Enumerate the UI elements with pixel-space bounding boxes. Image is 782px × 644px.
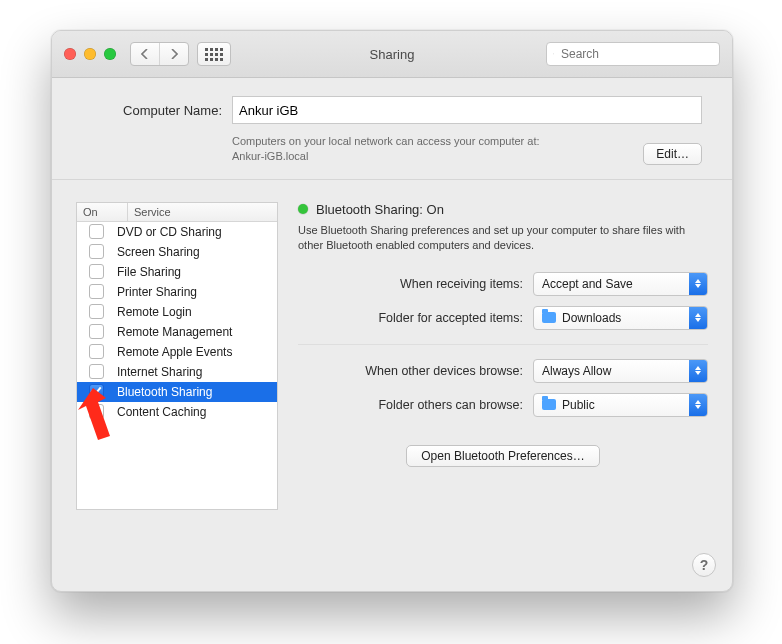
popup-arrows-icon [689, 273, 707, 295]
folder-icon [542, 312, 556, 323]
popup-arrows-icon [689, 307, 707, 329]
service-label: Remote Login [115, 305, 192, 319]
service-row[interactable]: Printer Sharing [77, 282, 277, 302]
receiving-popup[interactable]: Accept and Save [533, 272, 708, 296]
hint-line-2: Ankur-iGB.local [232, 150, 308, 162]
service-row[interactable]: Remote Login [77, 302, 277, 322]
service-label: Remote Management [115, 325, 232, 339]
browse-folder-label: Folder others can browse: [298, 398, 533, 412]
service-label: Screen Sharing [115, 245, 200, 259]
window-controls [64, 48, 116, 60]
service-row[interactable]: Screen Sharing [77, 242, 277, 262]
hint-line-1: Computers on your local network can acce… [232, 135, 540, 147]
service-checkbox[interactable] [89, 344, 104, 359]
service-table: On Service DVD or CD SharingScreen Shari… [76, 202, 278, 510]
chevron-left-icon [141, 49, 149, 59]
search-input[interactable] [559, 46, 713, 62]
browse-label: When other devices browse: [298, 364, 533, 378]
service-checkbox[interactable] [89, 404, 104, 419]
table-body: DVD or CD SharingScreen SharingFile Shar… [77, 222, 277, 509]
titlebar: Sharing [52, 31, 732, 78]
back-button[interactable] [131, 43, 159, 65]
service-label: Internet Sharing [115, 365, 202, 379]
separator [298, 344, 708, 345]
service-description: Use Bluetooth Sharing preferences and se… [298, 223, 708, 254]
service-row[interactable]: Content Caching [77, 402, 277, 422]
computer-name-label: Computer Name: [82, 103, 232, 118]
receiving-label: When receiving items: [298, 277, 533, 291]
status-text: Bluetooth Sharing: On [316, 202, 444, 217]
computer-name-hint: Computers on your local network can acce… [82, 134, 625, 165]
chevron-right-icon [170, 49, 178, 59]
service-row[interactable]: File Sharing [77, 262, 277, 282]
service-row[interactable]: Internet Sharing [77, 362, 277, 382]
service-label: DVD or CD Sharing [115, 225, 222, 239]
grid-icon [205, 48, 223, 61]
service-row[interactable]: Bluetooth Sharing [77, 382, 277, 402]
browse-folder-value: Public [562, 398, 595, 412]
popup-arrows-icon [689, 394, 707, 416]
help-button[interactable]: ? [692, 553, 716, 577]
detail-panel: Bluetooth Sharing: On Use Bluetooth Shar… [298, 202, 708, 510]
service-label: Printer Sharing [115, 285, 197, 299]
folder-icon [542, 399, 556, 410]
computer-name-section: Computer Name: Computers on your local n… [52, 78, 732, 180]
service-label: File Sharing [115, 265, 181, 279]
service-checkbox[interactable] [89, 384, 104, 399]
show-all-button[interactable] [197, 42, 231, 66]
browse-value: Always Allow [542, 364, 611, 378]
forward-button[interactable] [159, 43, 188, 65]
column-service: Service [128, 203, 277, 221]
search-field-wrap[interactable] [546, 42, 720, 66]
computer-name-input[interactable] [232, 96, 702, 124]
accepted-folder-label: Folder for accepted items: [298, 311, 533, 325]
browse-folder-popup[interactable]: Public [533, 393, 708, 417]
service-label: Bluetooth Sharing [115, 385, 212, 399]
table-header: On Service [77, 203, 277, 222]
service-checkbox[interactable] [89, 324, 104, 339]
service-checkbox[interactable] [89, 264, 104, 279]
service-checkbox[interactable] [89, 304, 104, 319]
service-row[interactable]: DVD or CD Sharing [77, 222, 277, 242]
close-window-button[interactable] [64, 48, 76, 60]
service-checkbox[interactable] [89, 244, 104, 259]
service-checkbox[interactable] [89, 224, 104, 239]
open-bluetooth-preferences-button[interactable]: Open Bluetooth Preferences… [406, 445, 599, 467]
receiving-value: Accept and Save [542, 277, 633, 291]
column-on: On [77, 203, 128, 221]
minimize-window-button[interactable] [84, 48, 96, 60]
popup-arrows-icon [689, 360, 707, 382]
preferences-window: Sharing Computer Name: Computers on your… [51, 30, 733, 592]
service-row[interactable]: Remote Apple Events [77, 342, 277, 362]
service-checkbox[interactable] [89, 284, 104, 299]
zoom-window-button[interactable] [104, 48, 116, 60]
service-label: Content Caching [115, 405, 206, 419]
service-label: Remote Apple Events [115, 345, 232, 359]
service-row[interactable]: Remote Management [77, 322, 277, 342]
status-indicator-icon [298, 204, 308, 214]
main-content: On Service DVD or CD SharingScreen Shari… [52, 180, 732, 528]
accepted-folder-value: Downloads [562, 311, 621, 325]
nav-buttons [130, 42, 189, 66]
edit-button[interactable]: Edit… [643, 143, 702, 165]
browse-popup[interactable]: Always Allow [533, 359, 708, 383]
search-icon [553, 48, 554, 60]
service-checkbox[interactable] [89, 364, 104, 379]
accepted-folder-popup[interactable]: Downloads [533, 306, 708, 330]
